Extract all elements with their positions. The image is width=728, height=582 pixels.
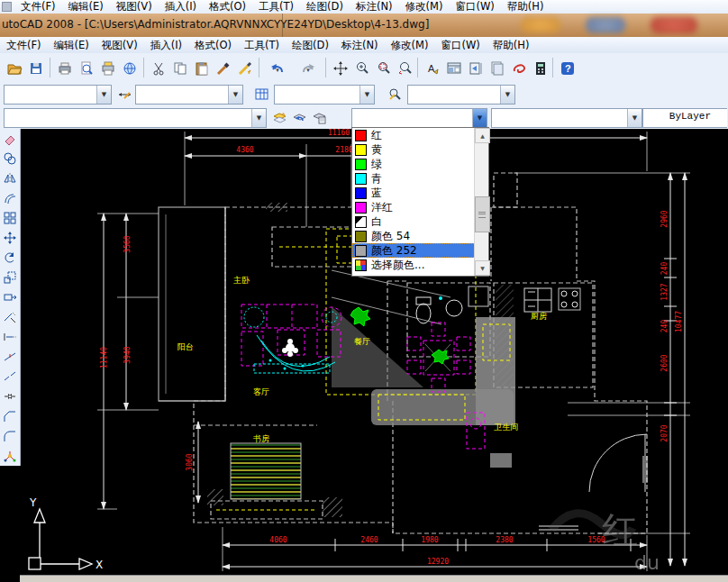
dim-style-icon[interactable]: [115, 85, 133, 103]
plot-button[interactable]: [97, 57, 119, 80]
color-combo-arrow-icon[interactable]: ▼: [472, 109, 487, 127]
make-layer-current-icon[interactable]: [270, 108, 288, 126]
chamfer-button[interactable]: [0, 406, 19, 426]
move-button[interactable]: [0, 228, 19, 248]
combo-arrow-icon[interactable]: ▼: [359, 86, 374, 104]
undo-dropdown-arrow[interactable]: ▾: [276, 67, 279, 74]
color-option-54[interactable]: 颜色 54: [352, 229, 488, 243]
scrollbar-thumb[interactable]: [475, 196, 490, 232]
trim-button[interactable]: [0, 307, 19, 327]
print-button[interactable]: [54, 57, 76, 80]
offset-button[interactable]: [0, 188, 19, 208]
publish-button[interactable]: [119, 57, 141, 80]
menu-item[interactable]: 插入(I): [144, 39, 188, 52]
menu-item[interactable]: 文件(F): [0, 39, 48, 52]
help-button[interactable]: ?: [557, 57, 578, 80]
color-option-yellow[interactable]: 黄: [352, 142, 488, 157]
menu-item[interactable]: 窗口(W): [434, 39, 486, 52]
menu-item[interactable]: 帮助(H): [487, 39, 536, 52]
color-combo[interactable]: ▼: [351, 108, 487, 128]
menu-item[interactable]: 编辑(E): [48, 39, 96, 52]
scale-button[interactable]: [0, 268, 19, 287]
dim-style-combo[interactable]: ▼: [135, 85, 243, 105]
print-preview-button[interactable]: [76, 57, 97, 80]
save-button[interactable]: [25, 57, 47, 80]
menu-item[interactable]: 编辑(E): [62, 0, 110, 14]
explode-button[interactable]: [0, 446, 19, 466]
stretch-button[interactable]: [0, 287, 19, 307]
color-option-252-selected[interactable]: 颜色 252: [352, 243, 488, 258]
linetype-combo[interactable]: ▼: [491, 108, 642, 128]
paste-button[interactable]: [191, 57, 213, 80]
menu-item[interactable]: 工具(T): [238, 39, 286, 52]
copy-button[interactable]: [0, 149, 19, 168]
table-style-combo[interactable]: ▼: [274, 85, 375, 105]
scroll-down-icon[interactable]: ▼: [475, 260, 490, 276]
pan-button[interactable]: [330, 57, 351, 80]
quick-calc-button[interactable]: [530, 57, 551, 80]
erase-button[interactable]: [0, 129, 19, 149]
block-editor-button[interactable]: [234, 57, 256, 80]
color-option-cyan[interactable]: 青: [352, 171, 488, 186]
menu-item[interactable]: 插入(I): [159, 0, 203, 14]
tool-palettes-button[interactable]: [465, 57, 487, 80]
table-style-icon[interactable]: [252, 85, 270, 103]
layer-previous-icon[interactable]: [290, 108, 308, 126]
color-option-red[interactable]: 红: [352, 128, 488, 142]
text-style-combo[interactable]: ▼: [4, 85, 112, 105]
mirror-button[interactable]: [0, 168, 19, 188]
redo-dropdown-arrow[interactable]: ▾: [306, 67, 310, 74]
quick-select-icon[interactable]: [386, 85, 404, 103]
designcenter-button[interactable]: [443, 57, 465, 80]
color-option-white[interactable]: 白: [352, 214, 488, 229]
sheet-set-manager-button[interactable]: [487, 57, 508, 80]
dropdown-scrollbar[interactable]: ▲ ▼: [474, 128, 488, 276]
lineweight-combo[interactable]: ByLayer: [642, 108, 727, 128]
layer-properties-icon[interactable]: [310, 108, 328, 126]
color-option-magenta[interactable]: 洋红: [352, 200, 488, 214]
menu-item[interactable]: 视图(V): [110, 0, 159, 14]
array-button[interactable]: [0, 208, 19, 228]
menu-item[interactable]: 标注(N): [335, 39, 385, 52]
break-button[interactable]: [0, 367, 19, 386]
menu-item[interactable]: 视图(V): [96, 39, 144, 52]
color-option-green[interactable]: 绿: [352, 157, 488, 171]
join-button[interactable]: [0, 386, 19, 406]
menu-item[interactable]: 文件(F): [14, 0, 62, 14]
menu-item[interactable]: 标注(N): [350, 0, 399, 14]
combo-arrow-icon[interactable]: ▼: [500, 86, 514, 104]
menu-item[interactable]: 修改(M): [385, 39, 435, 52]
menu-item[interactable]: 绘图(D): [300, 0, 350, 14]
menu-item[interactable]: 格式(O): [188, 39, 238, 52]
menu-item[interactable]: 帮助(H): [501, 0, 551, 14]
menu-item[interactable]: 格式(O): [203, 0, 252, 14]
color-option-blue[interactable]: 蓝: [352, 186, 488, 200]
layer-combo[interactable]: ▼: [4, 108, 267, 128]
fillet-button[interactable]: [0, 426, 19, 446]
redo-button[interactable]: ▾: [294, 57, 323, 80]
combo-arrow-icon[interactable]: ▼: [96, 86, 111, 104]
combo-arrow-icon[interactable]: ▼: [251, 109, 266, 127]
find-button[interactable]: A: [422, 57, 443, 80]
title-bar[interactable]: utoCAD 2008 - [C:\Users\Administrator.AQ…: [0, 14, 728, 39]
menu-item[interactable]: 窗口(W): [449, 0, 500, 14]
menu-item[interactable]: 绘图(D): [286, 39, 335, 52]
extend-button[interactable]: [0, 327, 19, 347]
rotate-button[interactable]: [0, 248, 19, 268]
zoom-realtime-button[interactable]: [351, 57, 373, 80]
markup-set-manager-button[interactable]: [508, 57, 530, 80]
match-properties-button[interactable]: [213, 57, 234, 80]
break-at-point-button[interactable]: [0, 347, 19, 367]
zoom-window-button[interactable]: [373, 57, 395, 80]
menu-item[interactable]: 工具(T): [252, 0, 300, 14]
combo-arrow-icon[interactable]: ▼: [228, 86, 242, 104]
undo-button[interactable]: ▾: [263, 57, 292, 80]
menu-item[interactable]: 修改(M): [399, 0, 450, 14]
scroll-up-icon[interactable]: ▲: [475, 128, 490, 143]
color-option-select-color[interactable]: 选择颜色...: [352, 258, 488, 272]
copy-button[interactable]: [169, 57, 191, 80]
plot-style-combo[interactable]: ▼: [407, 85, 515, 105]
open-button[interactable]: [4, 57, 25, 80]
cut-button[interactable]: [148, 57, 169, 80]
zoom-previous-button[interactable]: [395, 57, 416, 80]
